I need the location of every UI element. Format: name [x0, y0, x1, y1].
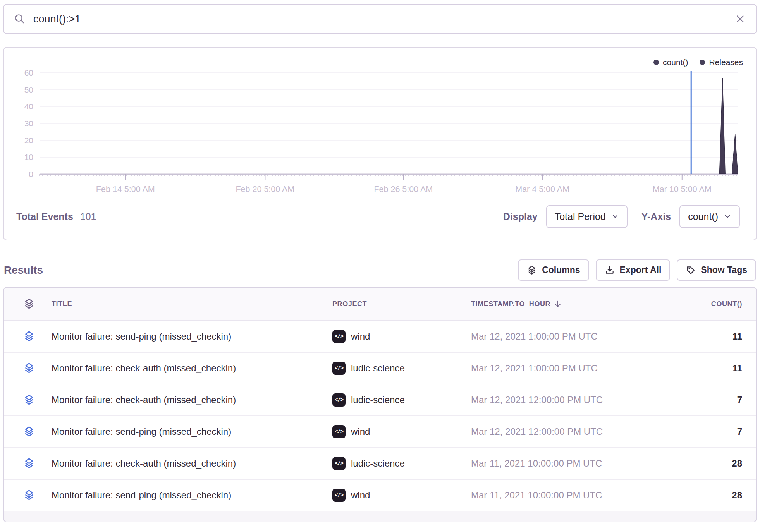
stack-icon[interactable] — [4, 394, 35, 406]
table-row: Monitor failure: send-ping (missed_check… — [4, 480, 756, 511]
columns-button-label: Columns — [542, 265, 580, 275]
event-count: 11 — [732, 331, 742, 342]
show-tags-button[interactable]: Show Tags — [677, 259, 756, 281]
legend-item-releases[interactable]: Releases — [700, 58, 743, 67]
export-all-button-label: Export All — [620, 265, 662, 275]
event-count: 11 — [732, 363, 742, 374]
chart-footer: Total Events 101 Display Total Period Y-… — [4, 198, 756, 240]
header-count[interactable]: COUNT() — [711, 300, 742, 308]
layers-icon — [527, 265, 537, 275]
header-title[interactable]: TITLE — [52, 300, 332, 308]
stack-icon[interactable] — [4, 489, 35, 501]
display-select[interactable]: Total Period — [546, 205, 628, 228]
svg-text:Mar 10 5:00 AM: Mar 10 5:00 AM — [653, 185, 712, 194]
yaxis-select-value: count() — [688, 211, 718, 222]
project-name: ludic-science — [351, 395, 405, 405]
project-cell[interactable]: </> ludic-science — [332, 457, 471, 470]
platform-icon: </> — [332, 330, 346, 343]
sort-desc-arrow-icon — [554, 300, 562, 308]
display-label: Display — [503, 211, 538, 222]
project-name: wind — [351, 331, 370, 342]
event-title[interactable]: Monitor failure: send-ping (missed_check… — [52, 490, 332, 501]
project-cell[interactable]: </> ludic-science — [332, 393, 471, 407]
svg-text:60: 60 — [24, 68, 33, 77]
yaxis-select[interactable]: count() — [679, 205, 740, 228]
chart-controls: Display Total Period Y-Axis count() — [503, 205, 740, 228]
project-cell[interactable]: </> wind — [332, 489, 471, 502]
event-timestamp: Mar 12, 2021 1:00:00 PM UTC — [471, 363, 688, 374]
event-title[interactable]: Monitor failure: check-auth (missed_chec… — [52, 458, 332, 469]
svg-text:10: 10 — [24, 153, 33, 161]
stack-icon[interactable] — [4, 458, 35, 469]
header-timestamp[interactable]: TIMESTAMP.TO_HOUR — [471, 300, 688, 308]
results-heading: Results — [4, 264, 43, 276]
stack-icon[interactable] — [4, 331, 35, 342]
chart-legend: count() Releases — [653, 58, 743, 67]
event-title[interactable]: Monitor failure: send-ping (missed_check… — [52, 331, 332, 342]
event-timestamp: Mar 11, 2021 10:00:00 PM UTC — [471, 458, 688, 469]
stack-icon[interactable] — [4, 362, 35, 374]
legend-label-releases: Releases — [709, 58, 743, 67]
platform-icon: </> — [332, 393, 346, 407]
svg-text:50: 50 — [24, 85, 33, 94]
total-events-value: 101 — [80, 211, 96, 222]
tag-icon — [686, 265, 696, 275]
event-count: 7 — [737, 395, 742, 405]
svg-text:30: 30 — [24, 119, 33, 128]
table-row: Monitor failure: send-ping (missed_check… — [4, 416, 756, 448]
results-table: TITLE PROJECT TIMESTAMP.TO_HOUR COUNT() … — [3, 287, 757, 522]
show-tags-button-label: Show Tags — [701, 265, 747, 275]
event-count: 7 — [737, 426, 742, 437]
legend-item-count[interactable]: count() — [653, 58, 688, 67]
project-name: ludic-science — [351, 458, 405, 469]
table-row: Monitor failure: check-auth (missed_chec… — [4, 353, 756, 384]
platform-icon: </> — [332, 457, 346, 470]
table-header-row: TITLE PROJECT TIMESTAMP.TO_HOUR COUNT() — [4, 288, 756, 321]
legend-dot-count-icon — [653, 60, 659, 65]
event-count: 28 — [732, 458, 742, 469]
event-title[interactable]: Monitor failure: check-auth (missed_chec… — [52, 395, 332, 405]
search-icon — [14, 13, 26, 25]
download-icon — [605, 265, 615, 275]
legend-dot-releases-icon — [700, 60, 705, 65]
svg-text:Feb 14 5:00 AM: Feb 14 5:00 AM — [96, 185, 155, 194]
table-footer-strip — [4, 511, 756, 522]
svg-text:Feb 26 5:00 AM: Feb 26 5:00 AM — [374, 185, 433, 194]
platform-icon: </> — [332, 362, 346, 375]
platform-icon: </> — [332, 489, 346, 502]
project-cell[interactable]: </> ludic-science — [332, 362, 471, 375]
event-timestamp: Mar 12, 2021 1:00:00 PM UTC — [471, 331, 688, 342]
results-buttons: Columns Export All Show Tags — [518, 259, 756, 281]
platform-icon: </> — [332, 425, 346, 438]
export-all-button[interactable]: Export All — [596, 259, 671, 281]
columns-button[interactable]: Columns — [518, 259, 589, 281]
table-body: Monitor failure: send-ping (missed_check… — [4, 321, 756, 511]
svg-text:20: 20 — [24, 136, 33, 145]
stack-icon[interactable] — [4, 426, 35, 438]
discover-page: count() Releases 0102030405060Feb 14 5:0… — [0, 0, 760, 522]
event-timestamp: Mar 11, 2021 10:00:00 PM UTC — [471, 490, 688, 501]
legend-label-count: count() — [663, 58, 688, 67]
project-cell[interactable]: </> wind — [332, 425, 471, 438]
search-bar — [3, 4, 757, 34]
event-timestamp: Mar 12, 2021 12:00:00 PM UTC — [471, 395, 688, 405]
header-project[interactable]: PROJECT — [332, 300, 471, 308]
event-title[interactable]: Monitor failure: send-ping (missed_check… — [52, 426, 332, 437]
chevron-down-icon — [611, 213, 619, 220]
stack-icon — [4, 298, 35, 310]
project-name: wind — [351, 490, 370, 501]
display-select-value: Total Period — [555, 211, 606, 222]
clear-search-icon[interactable] — [735, 14, 745, 24]
total-events-label: Total Events — [16, 211, 73, 222]
svg-text:Feb 20 5:00 AM: Feb 20 5:00 AM — [236, 185, 294, 194]
project-cell[interactable]: </> wind — [332, 330, 471, 343]
svg-text:40: 40 — [24, 102, 33, 111]
search-input[interactable] — [33, 13, 728, 26]
svg-text:0: 0 — [29, 170, 33, 178]
event-title[interactable]: Monitor failure: check-auth (missed_chec… — [52, 363, 332, 374]
event-count: 28 — [732, 490, 742, 501]
events-chart-panel: count() Releases 0102030405060Feb 14 5:0… — [3, 47, 757, 240]
event-timestamp: Mar 12, 2021 12:00:00 PM UTC — [471, 426, 688, 437]
project-name: wind — [351, 426, 370, 437]
svg-text:Mar 4 5:00 AM: Mar 4 5:00 AM — [515, 185, 569, 194]
